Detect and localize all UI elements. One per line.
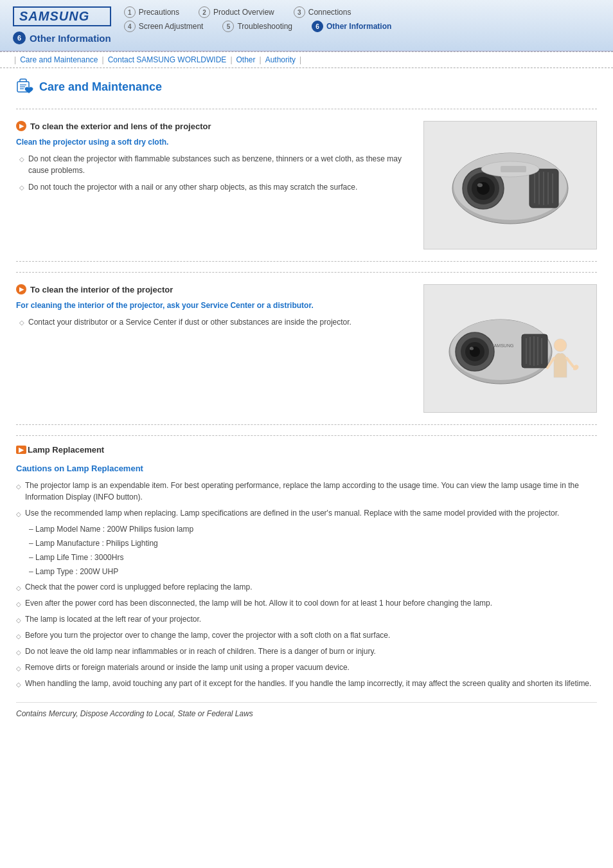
current-section-badge: 6 — [13, 32, 26, 44]
nav-label-product-overview: Product Overview — [213, 8, 274, 17]
lamp-bullet-5: The lamp is located at the left rear of … — [16, 613, 597, 625]
lamp-bullets-2: Check that the power cord is unplugged b… — [16, 581, 597, 689]
block-subtitle-2: For cleaning the interior of the project… — [16, 301, 411, 310]
sub-item-1: Lamp Model Name : 200W Philips fusion la… — [29, 523, 597, 535]
bullet-item: Do not touch the projector with a nail o… — [19, 181, 411, 193]
svg-rect-18 — [501, 166, 526, 172]
block-text-interior: ▶ To clean the interior of the projector… — [16, 284, 411, 413]
lamp-bullet-3: Check that the power cord is unplugged b… — [16, 581, 597, 593]
lamp-bullet-4: Even after the power cord has been disco… — [16, 597, 597, 609]
bullet-list-1: Do not clean the projector with flammabl… — [16, 153, 411, 193]
nav-item-screen-adjustment[interactable]: 4 Screen Adjustment — [124, 21, 204, 32]
nav-item-product-overview[interactable]: 2 Product Overview — [199, 6, 274, 18]
lamp-bullet-9: When handling the lamp, avoid touching a… — [16, 678, 597, 689]
nav-item-connections[interactable]: 3 Connections — [294, 6, 351, 18]
block-title-text-1: To clean the exterior and lens of the pr… — [30, 122, 211, 131]
nav-num-5: 5 — [222, 21, 234, 32]
lamp-heading-text: Lamp Replacement — [28, 445, 104, 455]
mercury-notice: Contains Mercury, Dispose According to L… — [16, 702, 597, 718]
sub-item-3: Lamp Life Time : 3000Hrs — [29, 552, 597, 563]
projector-svg-1 — [440, 134, 581, 237]
nav-label-other-info: Other Information — [326, 22, 391, 31]
subnav-sep-3: | — [260, 55, 262, 64]
current-section-title: Other Information — [30, 33, 111, 44]
subnav-sep-1: | — [102, 55, 104, 64]
nav-label-troubleshooting: Troubleshooting — [237, 22, 292, 31]
subnav-sep-start: | — [14, 55, 16, 64]
svg-point-25 — [470, 347, 474, 350]
header: SAMSUNG 6 Other Information 1 Precaution… — [0, 0, 613, 51]
section-heading: Care and Maintenance — [16, 78, 597, 96]
section-title: Care and Maintenance — [39, 80, 162, 94]
nav-item-other-info[interactable]: 6 Other Information — [312, 21, 391, 32]
subnav-sep-2: | — [230, 55, 232, 64]
svg-point-10 — [477, 183, 483, 187]
lamp-bullet-1: The projector lamp is an expendable item… — [16, 480, 597, 503]
projector-image-1 — [423, 121, 597, 249]
nav-item-troubleshooting[interactable]: 5 Troubleshooting — [222, 21, 292, 32]
nav-label-precautions: Precautions — [139, 8, 179, 17]
bullet-list-2: Contact your distributor or a Service Ce… — [16, 316, 411, 328]
lamp-bullet-8: Remove dirts or foreign materials around… — [16, 662, 597, 673]
content-block-interior: ▶ To clean the interior of the projector… — [16, 272, 597, 425]
block-title-exterior: ▶ To clean the exterior and lens of the … — [16, 121, 411, 131]
subnav-authority[interactable]: Authority — [265, 55, 296, 64]
samsung-logo: SAMSUNG — [13, 6, 111, 26]
content-block-exterior: ▶ To clean the exterior and lens of the … — [16, 109, 597, 262]
lamp-bullet-2-text: Use the recommended lamp when replacing.… — [25, 507, 559, 519]
sub-item-2: Lamp Manufacture : Philips Lighting — [29, 538, 597, 549]
nav-row-2: 4 Screen Adjustment 5 Troubleshooting 6 … — [124, 21, 600, 32]
lamp-bullet-6: Before you turn the projector over to ch… — [16, 629, 597, 641]
projector-img-interior: SAMSUNG — [423, 284, 597, 413]
sub-item-4: Lamp Type : 200W UHP — [29, 566, 597, 577]
projector-img-exterior — [423, 121, 597, 249]
subnav: | Care and Maintenance | Contact SAMSUNG… — [0, 51, 613, 68]
nav-label-screen-adjustment: Screen Adjustment — [139, 22, 204, 31]
subnav-contact[interactable]: Contact SAMSUNG WORLDWIDE — [108, 55, 227, 64]
lamp-badge: ▶ — [16, 446, 26, 454]
bullet-item: Do not clean the projector with flammabl… — [19, 153, 411, 176]
subnav-other[interactable]: Other — [236, 55, 256, 64]
care-icon — [16, 78, 34, 96]
lamp-heading: ▶ Lamp Replacement — [16, 445, 597, 455]
projector-svg-2: SAMSUNG — [440, 297, 581, 400]
main-content: Care and Maintenance ▶ To clean the exte… — [0, 68, 613, 728]
orange-badge-2: ▶ — [16, 284, 26, 294]
svg-point-33 — [554, 339, 567, 352]
sub-list: Lamp Model Name : 200W Philips fusion la… — [16, 523, 597, 577]
nav-num-4: 4 — [124, 21, 136, 32]
lamp-bullet-7: Do not leave the old lamp near inflammab… — [16, 646, 597, 657]
nav-num-3: 3 — [294, 6, 305, 18]
svg-rect-26 — [522, 334, 547, 368]
cautions-title: Cautions on Lamp Replacement — [16, 464, 597, 473]
block-text-exterior: ▶ To clean the exterior and lens of the … — [16, 121, 411, 249]
nav-label-connections: Connections — [308, 8, 351, 17]
block-subtitle-1: Clean the projector using a soft dry clo… — [16, 138, 411, 147]
lamp-bullet-2: Use the recommended lamp when replacing.… — [16, 507, 597, 519]
nav-num-1: 1 — [124, 6, 136, 18]
svg-text:SAMSUNG: SAMSUNG — [491, 343, 513, 348]
subnav-care[interactable]: Care and Maintenance — [20, 55, 98, 64]
nav-section: 1 Precautions 2 Product Overview 3 Conne… — [124, 6, 600, 32]
lamp-section: ▶ Lamp Replacement Cautions on Lamp Repl… — [16, 435, 597, 718]
nav-num-6: 6 — [312, 21, 323, 32]
bullet-item: Contact your distributor or a Service Ce… — [19, 316, 411, 328]
nav-item-precautions[interactable]: 1 Precautions — [124, 6, 179, 18]
subnav-sep-end: | — [299, 55, 301, 64]
nav-num-2: 2 — [199, 6, 210, 18]
block-title-interior: ▶ To clean the interior of the projector — [16, 284, 411, 294]
lamp-bullets: The projector lamp is an expendable item… — [16, 480, 597, 519]
projector-image-2: SAMSUNG — [423, 284, 597, 413]
nav-row-1: 1 Precautions 2 Product Overview 3 Conne… — [124, 6, 600, 18]
block-title-text-2: To clean the interior of the projector — [30, 285, 173, 294]
orange-badge-1: ▶ — [16, 121, 26, 131]
